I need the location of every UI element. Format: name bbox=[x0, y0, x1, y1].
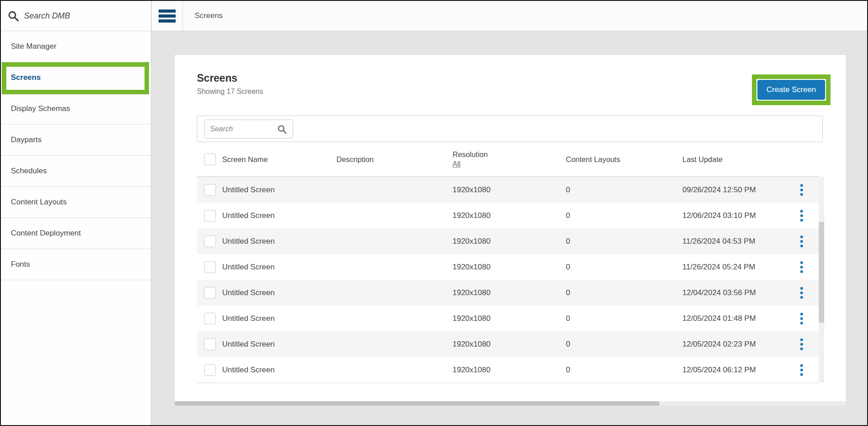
sidebar-item-schedules[interactable]: Schedules bbox=[1, 156, 151, 187]
table-search-box bbox=[204, 120, 293, 139]
sidebar-item-display-schemas[interactable]: Display Schemas bbox=[1, 93, 151, 125]
sidebar-item-site-manager[interactable]: Site Manager bbox=[1, 31, 151, 62]
sidebar-item-label: Screens bbox=[11, 73, 41, 82]
sidebar-item-screens[interactable]: Screens bbox=[1, 62, 151, 93]
screens-card: Screens Showing 17 Screens Create Screen… bbox=[175, 55, 846, 406]
sidebar-item-content-deployment[interactable]: Content Deployment bbox=[1, 218, 151, 249]
table-row[interactable]: Untitled Screen 1920x1080 0 11/26/2024 0… bbox=[197, 228, 819, 254]
row-checkbox[interactable] bbox=[204, 287, 216, 299]
main-area: Screens Showing 17 Screens Create Screen… bbox=[152, 32, 867, 425]
sidebar-item-label: Content Layouts bbox=[11, 198, 67, 207]
sidebar-item-label: Dayparts bbox=[11, 135, 42, 144]
sidebar-search-input[interactable] bbox=[24, 11, 128, 21]
screen-name-cell: Untitled Screen bbox=[222, 211, 275, 220]
select-all-checkbox[interactable] bbox=[204, 153, 216, 165]
screen-name-cell: Untitled Screen bbox=[222, 288, 275, 297]
column-header-content-layouts: Content Layouts bbox=[566, 155, 620, 164]
row-checkbox[interactable] bbox=[204, 261, 216, 273]
resolution-filter-all-link[interactable]: All bbox=[453, 160, 461, 168]
topbar: Screens bbox=[152, 1, 867, 31]
page-subtitle: Showing 17 Screens bbox=[197, 88, 263, 96]
table-horizontal-scrollbar bbox=[175, 401, 846, 406]
resolution-cell: 1920x1080 bbox=[453, 185, 490, 194]
vertical-scrollbar-thumb[interactable] bbox=[819, 222, 824, 323]
row-actions-kebab-icon[interactable] bbox=[798, 209, 805, 222]
content-layouts-cell: 0 bbox=[566, 366, 570, 375]
row-actions-kebab-icon[interactable] bbox=[798, 363, 805, 377]
page-title: Screens bbox=[197, 72, 238, 84]
breadcrumb: Screens bbox=[183, 1, 223, 31]
table-body: Untitled Screen 1920x1080 0 09/26/2024 1… bbox=[197, 177, 819, 383]
sidebar: Site Manager Screens Display Schemas Day… bbox=[1, 1, 151, 425]
resolution-cell: 1920x1080 bbox=[453, 288, 490, 297]
last-update-cell: 12/05/2024 02:23 PM bbox=[682, 340, 756, 349]
screen-name-cell: Untitled Screen bbox=[222, 314, 275, 323]
table-vertical-scrollbar bbox=[819, 177, 824, 383]
sidebar-item-content-layouts[interactable]: Content Layouts bbox=[1, 187, 151, 218]
sidebar-item-dayparts[interactable]: Dayparts bbox=[1, 125, 151, 156]
content-layouts-cell: 0 bbox=[566, 211, 570, 220]
resolution-cell: 1920x1080 bbox=[453, 237, 490, 246]
sidebar-item-label: Display Schemas bbox=[11, 104, 70, 113]
hamburger-icon bbox=[159, 9, 176, 23]
column-header-last-update: Last Update bbox=[682, 155, 723, 164]
table-header: Screen Name Description Resolution All C… bbox=[197, 142, 819, 177]
screen-name-cell: Untitled Screen bbox=[222, 185, 275, 194]
resolution-cell: 1920x1080 bbox=[453, 366, 490, 375]
content-layouts-cell: 0 bbox=[566, 288, 570, 297]
row-checkbox[interactable] bbox=[204, 313, 216, 324]
last-update-cell: 11/26/2024 04:53 PM bbox=[682, 237, 755, 246]
sidebar-item-fonts[interactable]: Fonts bbox=[1, 249, 151, 280]
row-actions-kebab-icon[interactable] bbox=[798, 286, 805, 300]
row-checkbox[interactable] bbox=[204, 184, 216, 196]
content-layouts-cell: 0 bbox=[566, 237, 570, 246]
resolution-cell: 1920x1080 bbox=[453, 314, 490, 323]
screen-name-cell: Untitled Screen bbox=[222, 366, 275, 375]
table-row[interactable]: Untitled Screen 1920x1080 0 12/05/2024 0… bbox=[197, 331, 819, 357]
row-checkbox[interactable] bbox=[204, 210, 216, 222]
table-row[interactable]: Untitled Screen 1920x1080 0 11/26/2024 0… bbox=[197, 254, 819, 280]
row-actions-kebab-icon[interactable] bbox=[798, 312, 805, 325]
row-actions-kebab-icon[interactable] bbox=[798, 338, 805, 351]
table-row[interactable]: Untitled Screen 1920x1080 0 12/05/2024 0… bbox=[197, 357, 819, 383]
app-window: Site Manager Screens Display Schemas Day… bbox=[0, 0, 868, 426]
table-row[interactable]: Untitled Screen 1920x1080 0 12/04/2024 0… bbox=[197, 280, 819, 306]
last-update-cell: 12/06/2024 03:10 PM bbox=[682, 211, 756, 220]
content-layouts-cell: 0 bbox=[566, 340, 570, 349]
row-checkbox[interactable] bbox=[204, 236, 216, 247]
table-search-input[interactable] bbox=[210, 125, 273, 133]
screen-name-cell: Untitled Screen bbox=[222, 237, 275, 246]
last-update-cell: 11/26/2024 05:24 PM bbox=[682, 263, 755, 272]
column-header-screen-name: Screen Name bbox=[222, 155, 268, 164]
row-actions-kebab-icon[interactable] bbox=[798, 183, 805, 197]
row-checkbox[interactable] bbox=[204, 338, 216, 350]
table-row[interactable]: Untitled Screen 1920x1080 0 09/26/2024 1… bbox=[197, 177, 819, 203]
sidebar-search bbox=[1, 1, 151, 31]
row-actions-kebab-icon[interactable] bbox=[798, 235, 805, 248]
table-row[interactable]: Untitled Screen 1920x1080 0 12/05/2024 0… bbox=[197, 306, 819, 331]
search-icon bbox=[277, 124, 287, 134]
last-update-cell: 12/05/2024 01:48 PM bbox=[682, 314, 756, 323]
horizontal-scrollbar-thumb[interactable] bbox=[175, 401, 659, 406]
create-screen-button[interactable]: Create Screen bbox=[757, 80, 825, 100]
column-header-resolution: Resolution All bbox=[453, 150, 488, 168]
resolution-cell: 1920x1080 bbox=[453, 211, 490, 220]
resolution-cell: 1920x1080 bbox=[453, 340, 490, 349]
menu-button[interactable] bbox=[152, 1, 183, 31]
screen-name-cell: Untitled Screen bbox=[222, 340, 275, 349]
sidebar-nav: Site Manager Screens Display Schemas Day… bbox=[1, 31, 151, 280]
last-update-cell: 09/26/2024 12:50 PM bbox=[682, 185, 756, 194]
table-search-panel bbox=[197, 116, 823, 142]
search-icon bbox=[7, 10, 19, 22]
content-layouts-cell: 0 bbox=[566, 185, 570, 194]
table-row[interactable]: Untitled Screen 1920x1080 0 12/06/2024 0… bbox=[197, 203, 819, 228]
row-checkbox[interactable] bbox=[204, 364, 216, 376]
content-layouts-cell: 0 bbox=[566, 263, 570, 272]
sidebar-item-label: Site Manager bbox=[11, 42, 56, 51]
row-actions-kebab-icon[interactable] bbox=[798, 260, 805, 274]
resolution-cell: 1920x1080 bbox=[453, 263, 490, 272]
annotation-highlight-create-screen: Create Screen bbox=[752, 74, 831, 105]
screen-name-cell: Untitled Screen bbox=[222, 263, 275, 272]
sidebar-item-label: Content Deployment bbox=[11, 229, 81, 238]
last-update-cell: 12/04/2024 03:56 PM bbox=[682, 288, 756, 297]
